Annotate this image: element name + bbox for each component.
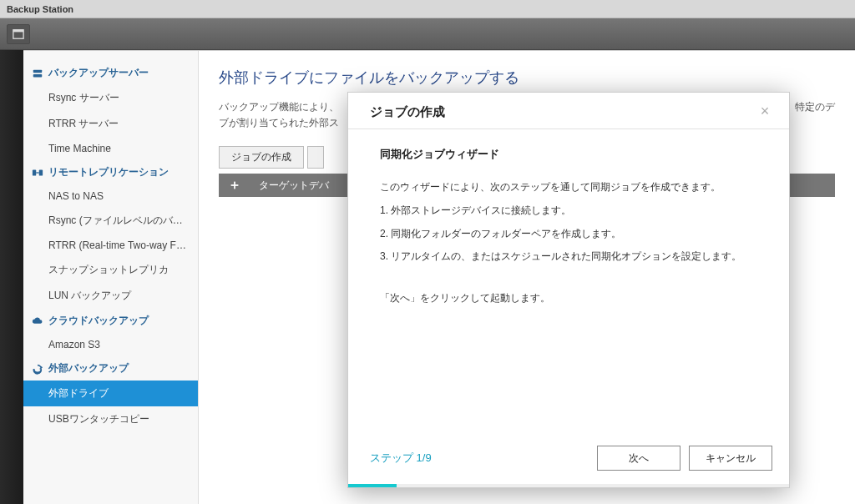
create-job-modal: ジョブの作成 × 同期化ジョブウィザード このウィザードにより、次のステップを通… xyxy=(347,92,790,488)
wizard-note: 「次へ」をクリックして起動します。 xyxy=(380,290,766,308)
modal-footer: ステップ 1/9 次へ キャンセル xyxy=(348,436,789,484)
modal-body: 同期化ジョブウィザード このウィザードにより、次のステップを通して同期ジョブを作… xyxy=(348,129,789,436)
wizard-intro: このウィザードにより、次のステップを通して同期ジョブを作成できます。 xyxy=(380,179,766,197)
wizard-step-3: 3. リアルタイムの、またはスケジュールされた同期化オプションを設定します。 xyxy=(380,248,766,266)
close-icon: × xyxy=(761,103,770,119)
modal-title: ジョブの作成 xyxy=(370,104,757,120)
wizard-step-1: 1. 外部ストレージデバイスに接続します。 xyxy=(380,202,766,220)
wizard-progress xyxy=(348,484,789,487)
step-indicator: ステップ 1/9 xyxy=(370,451,432,466)
cancel-button[interactable]: キャンセル xyxy=(689,446,772,471)
next-button[interactable]: 次へ xyxy=(597,446,680,471)
wizard-step-2: 2. 同期化フォルダーのフォルダーペアを作成します。 xyxy=(380,225,766,244)
wizard-progress-fill xyxy=(348,484,397,487)
modal-overlay: ジョブの作成 × 同期化ジョブウィザード このウィザードにより、次のステップを通… xyxy=(0,0,855,504)
modal-close-button[interactable]: × xyxy=(757,105,772,120)
modal-header: ジョブの作成 × xyxy=(348,93,789,129)
wizard-subtitle: 同期化ジョブウィザード xyxy=(380,144,766,164)
